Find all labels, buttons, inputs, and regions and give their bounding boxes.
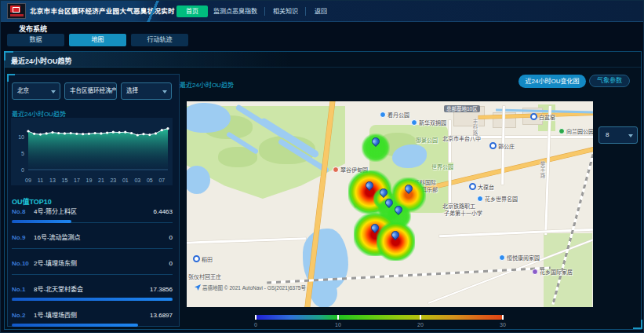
amap-logo-icon <box>195 284 201 291</box>
top10-rank: No.9 <box>12 234 34 241</box>
nav-slash-divider <box>147 1 159 22</box>
svg-text:19: 19 <box>86 177 93 183</box>
map-label: 花乡国际家居 <box>532 268 573 276</box>
site-select-value: 选择 <box>126 87 138 94</box>
map-attribution-text: 高德地图 © 2021 AutoNavi - GS(2021)6375号 <box>202 284 306 291</box>
colorbar-tick-label: 30 <box>497 322 509 328</box>
water-area <box>187 103 231 133</box>
top10-rank: No.8 <box>12 208 34 215</box>
metro-station-icon <box>193 255 200 262</box>
poi-icon <box>499 254 505 261</box>
map-label: 向兰园公园 <box>558 127 593 135</box>
svg-text:05: 05 <box>147 177 153 183</box>
colorbar-tick-label: 0 <box>249 322 262 328</box>
top10-row: No.8 4号-筛分上料区 6.4463 <box>12 207 173 230</box>
nav-knowledge[interactable]: 相关知识 <box>271 5 300 17</box>
top10-bar <box>12 324 138 327</box>
panel-header-strip <box>5 52 641 68</box>
map-layer-select[interactable]: 8 <box>599 126 638 144</box>
map-label: 御景公园 <box>416 136 438 144</box>
top10-rank: No.10 <box>12 260 34 267</box>
top10-row: No.1 8号-北天堂村委会 17.3856 <box>12 284 173 308</box>
metro-station-icon <box>530 113 537 120</box>
map-layer-select-value: 8 <box>606 131 609 138</box>
heat-colorbar <box>256 315 503 320</box>
ou-change-chart-button[interactable]: 近24小时OU变化图 <box>518 75 586 88</box>
nav-odor-index[interactable]: 监测点恶臭指数 <box>211 5 260 17</box>
top10-row: No.10 2号-填埋场东侧 0 <box>12 258 173 282</box>
nav-home[interactable]: 首页 <box>176 5 208 17</box>
svg-text:10: 10 <box>18 134 24 140</box>
map-label: 世界公园 <box>431 163 453 170</box>
city-select[interactable]: 北京 <box>12 82 60 100</box>
trend-chart-svg: 0510091113151719212301030507 <box>11 118 173 185</box>
svg-text:5: 5 <box>21 151 24 156</box>
weather-params-button[interactable]: 气象参数 <box>589 75 630 87</box>
top10-rank: No.1 <box>12 286 34 293</box>
map-pin-icon[interactable] <box>390 229 401 240</box>
poi-icon <box>333 166 339 173</box>
map-label: 郭公庄 <box>489 142 515 150</box>
map-pin-icon[interactable] <box>369 222 380 233</box>
top10-name: 4号-筛分上料区 <box>34 207 154 215</box>
top10-bar-track <box>12 324 173 327</box>
nav-separator <box>305 7 306 16</box>
top10-name: 16号-流动监测点 <box>34 232 169 241</box>
svg-text:09: 09 <box>25 177 31 183</box>
nav-separator <box>264 7 265 16</box>
map-label: 白盆窑 <box>530 113 555 121</box>
panel-corner-accent <box>4 51 13 60</box>
svg-text:23: 23 <box>110 177 116 183</box>
svg-text:03: 03 <box>134 177 140 183</box>
top10-name: 8号-北天堂村委会 <box>34 284 150 293</box>
map-label: 翠谷伊甸园 <box>333 166 368 174</box>
svg-text:15: 15 <box>62 177 68 183</box>
top10-bar-track <box>12 298 173 301</box>
top10-row: No.9 16号-流动监测点 0 <box>12 232 173 256</box>
heat-blob-red <box>377 222 415 261</box>
map-label: 稻田 <box>193 255 213 263</box>
colorbar-tick <box>255 315 257 320</box>
chevron-down-icon <box>628 134 633 137</box>
logo-text-mark <box>10 14 24 16</box>
svg-text:11: 11 <box>38 177 43 183</box>
top-header: 北京市丰台区循环经济产业园大气恶臭状况实时 首页 监测点恶臭指数 相关知识 返回 <box>1 1 644 22</box>
svg-text:13: 13 <box>49 177 56 183</box>
map-label: 张仪村回王庄 <box>188 273 221 280</box>
colorbar-tick <box>502 315 504 320</box>
tab-map[interactable]: 地图 <box>69 34 126 46</box>
map-label: 大葆台 <box>469 183 494 191</box>
top10-bar <box>12 298 173 301</box>
top10-bar-track <box>12 272 173 275</box>
top10-name: 1号-填埋场西侧 <box>34 310 150 319</box>
map-label: 看丹公园 <box>380 111 409 119</box>
site-select[interactable]: 选择 <box>121 82 172 100</box>
map-attribution: 高德地图 © 2021 AutoNavi - GS(2021)6375号 <box>195 284 306 291</box>
sidebar-corner-accent <box>7 74 15 82</box>
top10-list: No.8 4号-筛分上料区 6.4463 No.9 16号-流动监测点 0 No… <box>12 204 173 333</box>
map-label: 恒悦康阅家园 <box>499 254 540 262</box>
top10-value: 0 <box>169 234 173 241</box>
panel-title: 最近24小时OU趋势 <box>11 56 72 66</box>
top10-value: 0 <box>169 260 173 267</box>
park-select[interactable]: 丰台区循环经济产 <box>64 82 117 100</box>
map-label: 总部基地10区 <box>444 105 480 112</box>
map-label: 樊羊路 <box>538 161 546 179</box>
svg-text:17: 17 <box>74 177 80 183</box>
top10-bar <box>12 220 71 223</box>
publish-system-label: 发布系统 <box>19 24 47 34</box>
trend-chart-title: 最近24小时OU趋势 <box>12 109 66 118</box>
metro-station-icon <box>469 183 476 190</box>
map-canvas[interactable]: 总部基地10区看丹公园新华双拥园御景公园世界公园北京市丰台八中郭公庄白盆窑向兰园… <box>187 101 593 307</box>
tab-data[interactable]: 数据 <box>7 34 64 46</box>
tab-track[interactable]: 行动轨迹 <box>131 34 188 46</box>
chevron-down-icon <box>107 90 112 93</box>
map-label: 子弟第十一小学 <box>444 209 482 217</box>
map-label: 丰科路 <box>471 119 478 137</box>
nav-back[interactable]: 返回 <box>310 5 332 17</box>
panel-corner-accent <box>633 320 642 329</box>
poi-icon <box>532 269 538 275</box>
colorbar-tick <box>420 315 421 320</box>
city-select-value: 北京 <box>17 87 29 94</box>
svg-text:07: 07 <box>158 177 165 183</box>
